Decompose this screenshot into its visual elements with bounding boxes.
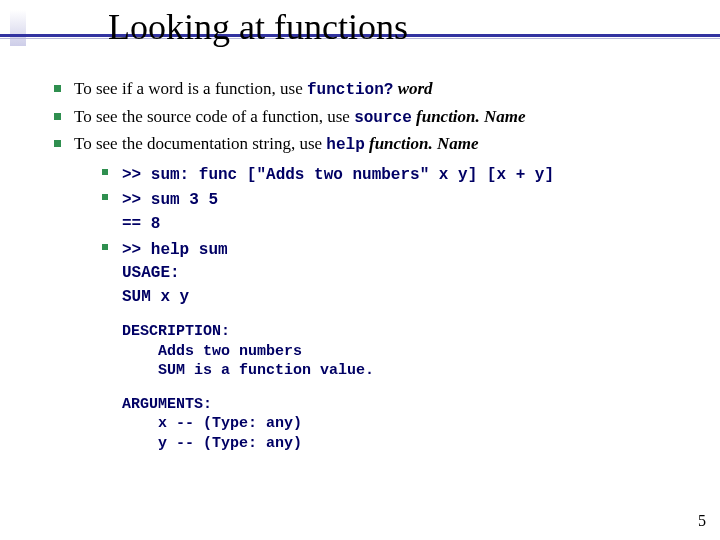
sub-2-line1: >> sum 3 5 — [122, 191, 218, 209]
bullet-3-arg: function. Name — [365, 134, 479, 153]
page-number: 5 — [698, 512, 706, 530]
sub-bullet-2: >> sum 3 5 == 8 — [74, 188, 690, 235]
bullet-2-arg: function. Name — [412, 107, 526, 126]
slide-body: To see if a word is a function, use func… — [50, 78, 690, 457]
sub-bullet-list: >> sum: func ["Adds two numbers" x y] [x… — [74, 163, 690, 309]
sub-bullet-3: >> help sum USAGE: SUM x y — [74, 238, 690, 309]
code-description: DESCRIPTION: Adds two numbers SUM is a f… — [122, 322, 690, 381]
sub-bullet-1: >> sum: func ["Adds two numbers" x y] [x… — [74, 163, 690, 187]
bullet-list: To see if a word is a function, use func… — [50, 78, 690, 453]
bullet-2-code: source — [354, 109, 412, 127]
sub-1-code: >> sum: func ["Adds two numbers" x y] [x… — [122, 166, 554, 184]
bullet-3-text: To see the documentation string, use — [74, 134, 326, 153]
bullet-2: To see the source code of a function, us… — [50, 106, 690, 130]
sub-3-line1: >> help sum — [122, 241, 228, 259]
sub-3-line3: SUM x y — [122, 288, 189, 306]
bullet-2-text: To see the source code of a function, us… — [74, 107, 354, 126]
bullet-1-code: function? — [307, 81, 393, 99]
sub-3-line2: USAGE: — [122, 264, 180, 282]
bullet-1-arg: word — [393, 79, 432, 98]
bullet-3: To see the documentation string, use hel… — [50, 133, 690, 453]
bullet-1: To see if a word is a function, use func… — [50, 78, 690, 102]
slide-title: Looking at functions — [108, 8, 720, 48]
slide: Looking at functions To see if a word is… — [0, 0, 720, 540]
sub-2-line2: == 8 — [122, 215, 160, 233]
code-arguments: ARGUMENTS: x -- (Type: any) y -- (Type: … — [122, 395, 690, 454]
bullet-1-text: To see if a word is a function, use — [74, 79, 307, 98]
bullet-3-code: help — [326, 136, 364, 154]
title-area: Looking at functions — [0, 8, 720, 48]
